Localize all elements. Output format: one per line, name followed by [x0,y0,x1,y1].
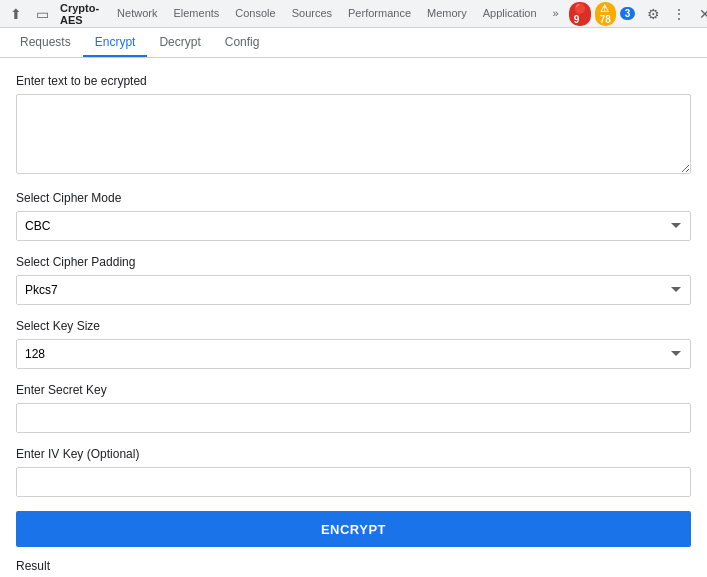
devtools-nav-sources[interactable]: Sources [284,3,340,25]
result-label: Result [16,559,691,573]
more-options-button[interactable]: ⋮ [667,2,691,26]
cipher-padding-group: Select Cipher Padding Pkcs7 ZeroPadding … [16,255,691,317]
cipher-mode-label: Select Cipher Mode [16,191,691,205]
text-label: Enter text to be ecrypted [16,74,691,88]
secret-key-group: Enter Secret Key [16,383,691,445]
devtools-nav-elements[interactable]: Elements [165,3,227,25]
device-icon[interactable]: ▭ [30,2,54,26]
devtools-nav-console[interactable]: Console [227,3,283,25]
key-size-label: Select Key Size [16,319,691,333]
cipher-padding-label: Select Cipher Padding [16,255,691,269]
error-count: 9 [574,14,580,25]
text-field-group: Enter text to be ecrypted [16,74,691,189]
secret-key-label: Enter Secret Key [16,383,691,397]
secret-key-input[interactable] [16,403,691,433]
iv-key-group: Enter IV Key (Optional) [16,447,691,509]
info-count: 3 [625,8,631,19]
main-content: Enter text to be ecrypted Select Cipher … [0,58,707,577]
key-size-group: Select Key Size 128 192 256 [16,319,691,381]
devtools-nav-application[interactable]: Application [475,3,545,25]
devtools-badges: 🔴 9 ⚠ 78 3 [569,2,636,26]
devtools-nav-performance[interactable]: Performance [340,3,419,25]
iv-key-input[interactable] [16,467,691,497]
error-icon: 🔴 [574,3,586,14]
tab-encrypt[interactable]: Encrypt [83,29,148,57]
tab-config[interactable]: Config [213,29,272,57]
devtools-nav-network[interactable]: Network [109,3,165,25]
encrypt-text-input[interactable] [16,94,691,174]
devtools-controls: ⚙ ⋮ ✕ [641,2,707,26]
close-button[interactable]: ✕ [693,2,707,26]
error-badge: 🔴 9 [569,2,591,26]
cursor-icon[interactable]: ⬆ [4,2,28,26]
key-size-select[interactable]: 128 192 256 [16,339,691,369]
devtools-icon-group: ⬆ ▭ [4,2,54,26]
cipher-mode-select[interactable]: CBC ECB CFB OFB CTR [16,211,691,241]
tab-decrypt[interactable]: Decrypt [147,29,212,57]
tab-requests[interactable]: Requests [8,29,83,57]
devtools-nav-more[interactable]: » [545,3,567,25]
devtools-nav: Network Elements Console Sources Perform… [109,3,567,25]
app-tabs: Requests Encrypt Decrypt Config [0,28,707,58]
cipher-mode-group: Select Cipher Mode CBC ECB CFB OFB CTR [16,191,691,253]
result-group: Result [16,559,691,577]
cipher-padding-select[interactable]: Pkcs7 ZeroPadding NoPadding AnsiX923 [16,275,691,305]
devtools-bar: ⬆ ▭ Crypto-AES Network Elements Console … [0,0,707,28]
warning-badge: ⚠ 78 [595,2,616,26]
devtools-nav-memory[interactable]: Memory [419,3,475,25]
iv-key-label: Enter IV Key (Optional) [16,447,691,461]
settings-button[interactable]: ⚙ [641,2,665,26]
devtools-title: Crypto-AES [60,2,99,26]
encrypt-button[interactable]: ENCRYPT [16,511,691,547]
info-badge: 3 [620,7,636,20]
warning-count: 78 [600,14,611,25]
warning-icon: ⚠ [600,3,609,14]
